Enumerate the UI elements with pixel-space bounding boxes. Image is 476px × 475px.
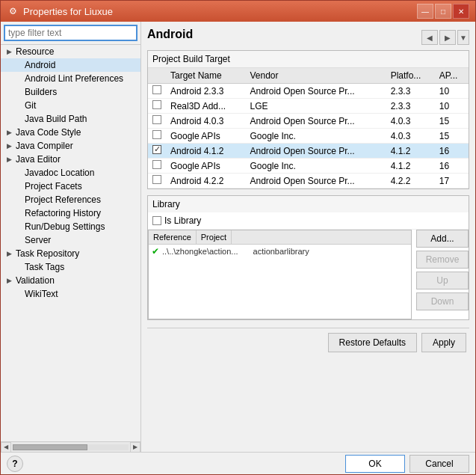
footer-actions: OK Cancel xyxy=(345,455,469,473)
sidebar-item-label-validation: Validation xyxy=(16,275,55,286)
horizontal-scrollbar[interactable]: ◀ ▶ xyxy=(1,441,140,452)
sidebar: ▶ResourceAndroidAndroid Lint Preferences… xyxy=(1,22,141,452)
sidebar-item-run-debug-settings[interactable]: Run/Debug Settings xyxy=(1,220,140,233)
cell-4-0: Android 4.1.2 xyxy=(166,144,245,159)
sidebar-item-java-compiler[interactable]: ▶Java Compiler xyxy=(1,139,140,153)
scroll-right-arrow[interactable]: ▶ xyxy=(130,442,140,453)
filter-input[interactable] xyxy=(4,25,137,41)
ok-button[interactable]: OK xyxy=(345,455,405,473)
apply-button[interactable]: Apply xyxy=(421,333,466,352)
add-button[interactable]: Add... xyxy=(416,230,469,248)
help-button[interactable]: ? xyxy=(7,456,23,472)
checkbox-6[interactable] xyxy=(152,175,161,184)
tree-arrow-task-repository: ▶ xyxy=(7,250,14,257)
cell-1-2: 2.3.3 xyxy=(386,99,435,114)
sidebar-item-builders[interactable]: Builders xyxy=(1,85,140,99)
row-checkbox-0[interactable] xyxy=(148,84,166,99)
sidebar-item-label-project-facets: Project Facets xyxy=(25,181,82,191)
sidebar-item-label-refactoring-history: Refactoring History xyxy=(25,208,101,218)
build-target-table-container[interactable]: Target Name Vendor Platfo... AP... Andro… xyxy=(148,68,469,189)
main-panel: Android ◀ ▶ ▼ Project Build Target Targe… xyxy=(141,22,475,452)
nav-dropdown-button[interactable]: ▼ xyxy=(457,30,469,45)
table-row[interactable]: Android 2.3.3Android Open Source Pr...2.… xyxy=(148,84,469,99)
is-library-label: Is Library xyxy=(164,215,201,226)
ref-project-0: actionbarlibrary xyxy=(253,247,309,256)
row-checkbox-2[interactable] xyxy=(148,114,166,129)
ref-row-0[interactable]: ✔..\..\zhongke\action...actionbarlibrary xyxy=(149,245,411,258)
row-checkbox-1[interactable] xyxy=(148,99,166,114)
sidebar-item-validation[interactable]: ▶Validation xyxy=(1,274,140,287)
library-header: Library xyxy=(148,196,469,212)
minimize-button[interactable]: — xyxy=(417,4,433,19)
is-library-checkbox[interactable] xyxy=(152,216,161,225)
sidebar-item-refactoring-history[interactable]: Refactoring History xyxy=(1,206,140,220)
sidebar-item-project-facets[interactable]: Project Facets xyxy=(1,180,140,193)
row-checkbox-3[interactable] xyxy=(148,129,166,144)
scrollbar-track[interactable] xyxy=(13,444,129,450)
table-row[interactable]: Google APIsGoogle Inc.4.0.315 xyxy=(148,129,469,144)
checkbox-3[interactable] xyxy=(152,130,161,139)
row-checkbox-5[interactable] xyxy=(148,159,166,174)
table-head: Target Name Vendor Platfo... AP... xyxy=(148,68,469,84)
sidebar-item-java-build-path[interactable]: Java Build Path xyxy=(1,112,140,126)
sidebar-item-git[interactable]: Git xyxy=(1,99,140,112)
restore-defaults-button[interactable]: Restore Defaults xyxy=(328,333,417,352)
cancel-button[interactable]: Cancel xyxy=(409,455,469,473)
tree-area: ▶ResourceAndroidAndroid Lint Preferences… xyxy=(1,44,140,441)
sidebar-item-android-lint[interactable]: Android Lint Preferences xyxy=(1,72,140,85)
cell-1-1: LGE xyxy=(245,99,386,114)
project-build-target-section: Project Build Target Target Name Vendor … xyxy=(147,50,469,189)
remove-button[interactable]: Remove xyxy=(416,251,469,269)
maximize-button[interactable]: □ xyxy=(435,4,451,19)
checkbox-2[interactable] xyxy=(152,115,161,124)
library-section: Library Is Library Reference Project ✔..… xyxy=(147,195,469,320)
up-button[interactable]: Up xyxy=(416,272,469,289)
cell-6-0: Android 4.2.2 xyxy=(166,174,245,189)
checkbox-4[interactable] xyxy=(152,145,161,154)
window-icon: ⚙ xyxy=(7,5,19,17)
tree-arrow-java-editor: ▶ xyxy=(7,156,14,163)
nav-forward-button[interactable]: ▶ xyxy=(439,30,456,45)
table-row[interactable]: Android 4.2.2Android Open Source Pr...4.… xyxy=(148,174,469,189)
sidebar-item-java-editor[interactable]: ▶Java Editor xyxy=(1,153,140,166)
sidebar-item-label-java-compiler: Java Compiler xyxy=(16,141,73,151)
sidebar-item-task-tags[interactable]: Task Tags xyxy=(1,260,140,274)
row-checkbox-4[interactable] xyxy=(148,144,166,159)
cell-5-3: 16 xyxy=(435,159,469,174)
scroll-left-arrow[interactable]: ◀ xyxy=(1,442,11,453)
sidebar-item-task-repository[interactable]: ▶Task Repository xyxy=(1,247,140,260)
close-button[interactable]: ✕ xyxy=(453,4,469,19)
sidebar-item-android[interactable]: Android xyxy=(1,58,140,72)
ref-col-project: Project xyxy=(197,230,232,244)
nav-arrows: ◀ ▶ ▼ xyxy=(421,30,469,45)
cell-6-3: 17 xyxy=(435,174,469,189)
ref-col-reference: Reference xyxy=(149,230,197,244)
sidebar-item-java-code-style[interactable]: ▶Java Code Style xyxy=(1,126,140,139)
sidebar-item-wikitext[interactable]: WikiText xyxy=(1,287,140,301)
col-checkbox xyxy=(148,68,166,84)
checkbox-1[interactable] xyxy=(152,100,161,109)
sidebar-item-label-java-build-path: Java Build Path xyxy=(25,114,87,124)
checkbox-5[interactable] xyxy=(152,160,161,169)
table-header-row: Target Name Vendor Platfo... AP... xyxy=(148,68,469,84)
table-row[interactable]: Google APIsGoogle Inc.4.1.216 xyxy=(148,159,469,174)
checkbox-0[interactable] xyxy=(152,85,161,94)
nav-back-button[interactable]: ◀ xyxy=(421,30,438,45)
down-button[interactable]: Down xyxy=(416,292,469,310)
cell-4-2: 4.1.2 xyxy=(386,144,435,159)
sidebar-item-javadoc-location[interactable]: Javadoc Location xyxy=(1,166,140,180)
table-row[interactable]: Real3D Add...LGE2.3.310 xyxy=(148,99,469,114)
cell-0-2: 2.3.3 xyxy=(386,84,435,99)
is-library-row: Is Library xyxy=(148,212,469,230)
sidebar-item-project-references[interactable]: Project References xyxy=(1,193,140,206)
sidebar-item-server[interactable]: Server xyxy=(1,233,140,247)
table-row[interactable]: Android 4.0.3Android Open Source Pr...4.… xyxy=(148,114,469,129)
scrollbar-thumb[interactable] xyxy=(13,444,87,450)
cell-4-3: 16 xyxy=(435,144,469,159)
cell-2-2: 4.0.3 xyxy=(386,114,435,129)
row-checkbox-6[interactable] xyxy=(148,174,166,189)
sidebar-item-label-wikitext: WikiText xyxy=(25,289,58,299)
sidebar-item-resource[interactable]: ▶Resource xyxy=(1,45,140,58)
sidebar-item-label-server: Server xyxy=(25,235,51,245)
table-row[interactable]: Android 4.1.2Android Open Source Pr...4.… xyxy=(148,144,469,159)
